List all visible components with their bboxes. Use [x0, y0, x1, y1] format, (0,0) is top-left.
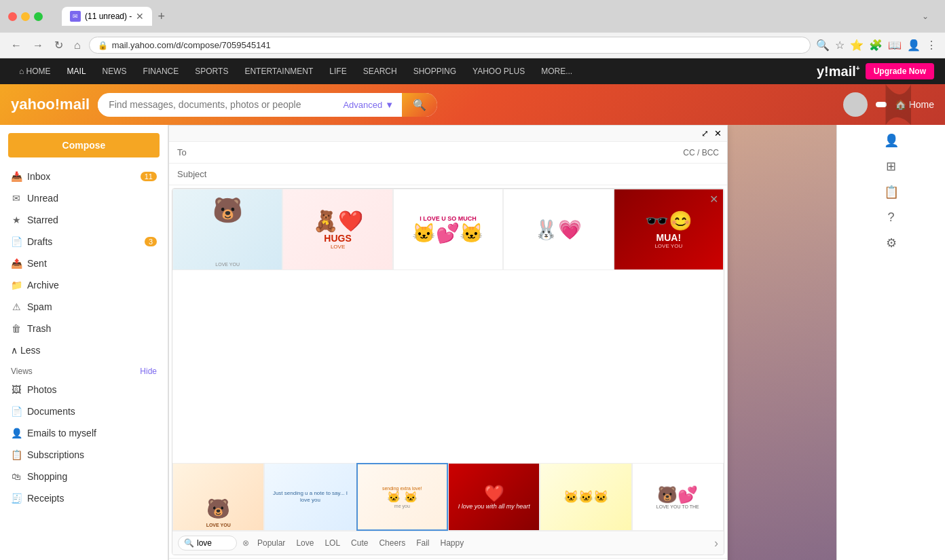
sticker-tab-cheers[interactable]: Cheers [376, 537, 408, 549]
advanced-search-button[interactable]: Advanced ▼ [335, 100, 402, 110]
sidebar-item-documents[interactable]: 📄 Documents [0, 400, 168, 422]
sticker-clear-search[interactable]: ⊗ [242, 538, 249, 548]
tab-bar: ✉ (11 unread) - ✕ + ⌄ [48, 7, 937, 26]
tab-close-icon[interactable]: ✕ [136, 11, 144, 22]
nav-shopping[interactable]: SHOPPING [405, 58, 464, 84]
notepad-icon[interactable]: 📋 [884, 185, 899, 200]
sticker-search-input[interactable] [197, 538, 231, 548]
sidebar-item-sent[interactable]: 📤 Sent [0, 253, 168, 274]
sticker-just-sending[interactable]: Just sending u a note to say... I love y… [264, 463, 356, 531]
sticker-tab-fail[interactable]: Fail [413, 537, 432, 549]
star-icon[interactable]: ⭐ [850, 39, 864, 52]
sticker-next-icon[interactable]: › [714, 536, 718, 550]
sidebar-item-inbox[interactable]: 📥 Inbox 11 [0, 166, 168, 187]
sidebar-item-starred[interactable]: ★ Starred [0, 209, 168, 231]
search-bar: Advanced ▼ 🔍 [98, 93, 437, 117]
home-button[interactable]: ⌂ [71, 38, 84, 53]
forward-button[interactable]: → [30, 38, 46, 53]
titlebar: ✉ (11 unread) - ✕ + ⌄ [0, 0, 945, 33]
nav-sports[interactable]: SPORTS [187, 58, 236, 84]
maximize-window-button[interactable] [34, 12, 43, 21]
nav-more[interactable]: MORE... [533, 58, 580, 84]
minimize-window-button[interactable] [21, 12, 30, 21]
sticker-i-love-you-heart[interactable]: ❤️ I love you with all my heart [448, 463, 540, 531]
extension-icon[interactable]: 🧩 [869, 39, 883, 52]
sticker-tab-popular[interactable]: Popular [255, 537, 288, 549]
address-text: mail.yahoo.com/d/compose/7059545141 [112, 40, 802, 50]
nav-mail[interactable]: MAIL [59, 58, 94, 84]
contacts-icon[interactable]: 👤 [884, 133, 899, 148]
sidebar-item-archive[interactable]: 📁 Archive [0, 274, 168, 296]
starred-icon: ★ [11, 214, 22, 225]
sticker-bear-love[interactable]: 🐻 LOVE YOU [172, 189, 282, 270]
subject-input[interactable] [218, 169, 719, 179]
nav-search[interactable]: SEARCH [355, 58, 405, 84]
sidebar-item-emails-to-myself[interactable]: 👤 Emails to myself [0, 422, 168, 444]
apps-icon[interactable]: ⊞ [886, 159, 896, 174]
sidebar-item-spam[interactable]: ⚠ Spam [0, 296, 168, 318]
search-submit-button[interactable]: 🔍 [402, 93, 437, 117]
sidebar-item-photos[interactable]: 🖼 Photos [0, 379, 168, 400]
sticker-close-icon[interactable]: ✕ [709, 193, 718, 206]
maximize-compose-icon[interactable]: ⤢ [701, 128, 709, 138]
nav-yahoo-plus[interactable]: YAHOO PLUS [464, 58, 533, 84]
cc-bcc-button[interactable]: CC / BCC [683, 148, 719, 157]
sidebar-item-drafts[interactable]: 📄 Drafts 3 [0, 231, 168, 253]
archive-icon: 📁 [11, 280, 22, 291]
bookmark-icon[interactable]: ☆ [835, 39, 845, 52]
menu-icon[interactable]: ⋮ [926, 39, 937, 52]
search-icon[interactable]: 🔍 [816, 39, 830, 52]
sticker-search-box[interactable]: 🔍 [178, 536, 237, 550]
user-avatar[interactable] [843, 92, 868, 117]
hide-views-button[interactable]: Hide [140, 367, 157, 376]
trash-icon: 🗑 [11, 323, 22, 334]
sticker-i-love-u-so-much[interactable]: I LOVE U SO MUCH 🐱💕🐱 [393, 189, 503, 270]
less-toggle[interactable]: ∧ Less [0, 339, 168, 361]
tab-dropdown-icon[interactable]: ⌄ [922, 12, 929, 21]
sticker-hugs[interactable]: 🧸❤️ HUGS LOVE [282, 189, 392, 270]
sidebar-item-subscriptions[interactable]: 📋 Subscriptions [0, 444, 168, 466]
sticker-sending-extra-love[interactable]: sending extra love! 🐱 🐱 me you [356, 463, 448, 531]
browser-tab[interactable]: ✉ (11 unread) - ✕ [62, 7, 152, 26]
sticker-cat-family[interactable]: 🐱🐱🐱 [540, 463, 631, 531]
address-bar[interactable]: 🔒 mail.yahoo.com/d/compose/7059545141 [89, 37, 811, 54]
yahoo-logo-area: y!mail+ Upgrade Now [817, 63, 934, 79]
sidebar-item-receipts[interactable]: 🧾 Receipts [0, 487, 168, 509]
sticker-brown-bear[interactable]: 🐻 LOVE YOU [172, 463, 264, 531]
new-tab-button[interactable]: + [155, 10, 168, 24]
nav-finance[interactable]: FINANCE [135, 58, 187, 84]
reload-button[interactable]: ↻ [52, 37, 66, 53]
reader-icon[interactable]: 📖 [888, 39, 902, 52]
home-link[interactable]: 🏠 Home [895, 99, 934, 110]
right-panel: 👤 ⊞ 📋 ? ⚙ AD [836, 125, 945, 560]
help-icon[interactable]: ? [887, 210, 894, 225]
sidebar-item-shopping[interactable]: 🛍 Shopping [0, 466, 168, 487]
sidebar-item-trash[interactable]: 🗑 Trash [0, 318, 168, 339]
nav-news[interactable]: NEWS [94, 58, 135, 84]
sticker-mua[interactable]: 🕶️😊 MUA! LOVE YOU [614, 189, 724, 270]
compose-button[interactable]: Compose [8, 133, 160, 157]
close-window-button[interactable] [8, 12, 17, 21]
subscriptions-label: Subscriptions [27, 449, 157, 460]
sticker-bunny-hearts[interactable]: 🐰💗 [503, 189, 613, 270]
sticker-tab-lol[interactable]: LOL [322, 537, 343, 549]
sticker-love-you-to-the[interactable]: 🐻💕 LOVE YOU TO THE [632, 463, 724, 531]
settings-icon[interactable]: ⚙ [886, 236, 897, 250]
nav-entertainment[interactable]: ENTERTAINMENT [236, 58, 321, 84]
unread-icon: ✉ [11, 193, 22, 204]
upgrade-now-button[interactable]: Upgrade Now [866, 63, 934, 79]
sidebar-item-unread[interactable]: ✉ Unread [0, 187, 168, 209]
browser-navbar: ← → ↻ ⌂ 🔒 mail.yahoo.com/d/compose/70595… [0, 33, 945, 58]
sticker-tab-cute[interactable]: Cute [348, 537, 371, 549]
search-input[interactable] [98, 94, 335, 115]
close-compose-icon[interactable]: ✕ [714, 128, 722, 138]
nav-life[interactable]: LIFE [321, 58, 354, 84]
sticker-tab-love[interactable]: Love [293, 537, 316, 549]
profile-icon[interactable]: 👤 [907, 39, 921, 52]
yahoo-navbar: ⌂ HOME MAIL NEWS FINANCE SPORTS ENTERTAI… [0, 58, 945, 84]
to-input[interactable] [218, 147, 683, 157]
back-button[interactable]: ← [8, 38, 24, 53]
nav-home[interactable]: ⌂ HOME [11, 58, 59, 84]
sticker-tab-happy[interactable]: Happy [437, 537, 466, 549]
compose-window-header: ⤢ ✕ [169, 126, 727, 142]
